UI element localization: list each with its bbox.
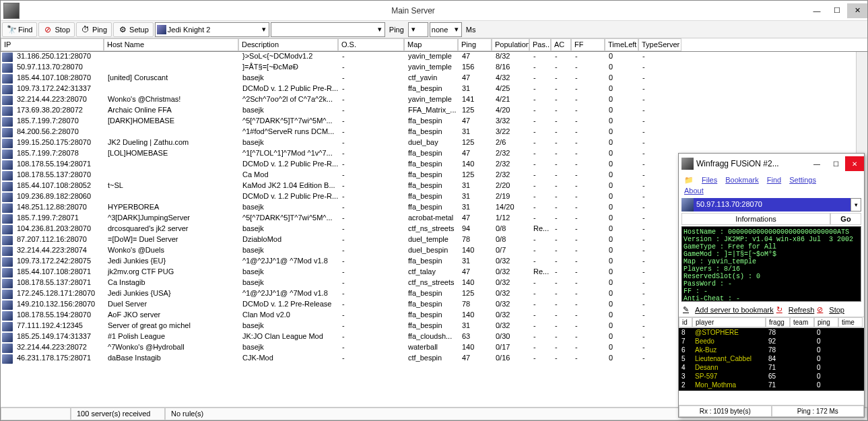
- table-row[interactable]: 173.69.38.20:28072Archaic Online FFAbase…: [1, 106, 867, 117]
- col-os[interactable]: O.S.: [338, 38, 404, 51]
- filter-select[interactable]: ▾: [271, 22, 385, 37]
- cell-desc: }>SoL<{~DCModv1.2: [240, 52, 339, 63]
- pcol-fragg[interactable]: fragg: [766, 317, 790, 327]
- col-desc[interactable]: Description: [238, 38, 338, 51]
- col-ping[interactable]: Ping: [458, 38, 492, 51]
- menu-files[interactable]: Files: [702, 176, 717, 185]
- cell-host: Ca Instagib: [105, 278, 240, 289]
- server-icon: [2, 85, 13, 94]
- chevron-down-icon: ▾: [376, 25, 383, 34]
- table-row[interactable]: 185.7.199.7:28070[DARK]HOMEBASE^5[^7DARK…: [1, 117, 867, 127]
- cell-desc: basejk: [240, 246, 339, 257]
- cell-os: -: [339, 235, 405, 246]
- game-select[interactable]: Jedi Knight 2▾: [155, 22, 269, 37]
- player-row[interactable]: 4Desann710: [679, 363, 864, 372]
- cell-ac: -: [552, 95, 572, 106]
- player-row[interactable]: 6Ak-Buz780: [679, 346, 864, 354]
- player-list[interactable]: 8@STOPHERE7807Beedo9206Ak-Buz7805Lieuten…: [679, 328, 864, 391]
- cell-type: -: [640, 354, 683, 364]
- cell-desc: basejk: [240, 224, 339, 235]
- player-row[interactable]: 8@STOPHERE780: [679, 328, 864, 337]
- maximize-button[interactable]: ☐: [827, 3, 847, 18]
- menu-about[interactable]: About: [684, 187, 704, 195]
- table-row[interactable]: 185.44.107.108:28070[united] Coruscantba…: [1, 73, 867, 84]
- refresh-link[interactable]: Refresh: [789, 306, 815, 314]
- none-select[interactable]: none▾: [430, 22, 462, 37]
- server-icon: [2, 74, 13, 84]
- server-icon: [2, 106, 13, 116]
- pcell-time: [838, 372, 863, 381]
- player-row[interactable]: 7Beedo920: [679, 337, 864, 346]
- address-value[interactable]: 50.97.113.70:28070: [694, 198, 850, 212]
- address-dropdown[interactable]: ▾: [850, 198, 861, 212]
- cell-pass: -: [531, 127, 552, 138]
- ping-select[interactable]: ▾: [408, 22, 428, 37]
- table-row[interactable]: 50.97.113.70:28070]=ÅT§=[~ÐcMøÐ-yavin_te…: [1, 63, 867, 73]
- server-icon: [2, 236, 13, 245]
- cell-ff: -: [572, 95, 606, 106]
- col-ip[interactable]: IP: [1, 38, 104, 51]
- player-row[interactable]: 2Mon_Mothma710: [679, 381, 864, 389]
- table-row[interactable]: 32.214.44.223:28070Wonko's @Christmas!^2…: [1, 95, 867, 106]
- table-row[interactable]: 31.186.250.121:28070}>SoL<{~DCModv1.2-ya…: [1, 52, 867, 63]
- go-button[interactable]: Go: [830, 213, 861, 225]
- detail-window: Winfragg FUSiON #2... — ☐ ✕ 📁Files Bookm…: [678, 153, 865, 418]
- cell-ping: 94: [459, 224, 493, 235]
- col-host[interactable]: Host Name: [104, 38, 238, 51]
- binoculars-icon: 🔭: [7, 25, 16, 34]
- table-row[interactable]: 84.200.56.2:28070^1#fod^ServeR runs DCM.…: [1, 127, 867, 138]
- col-pass[interactable]: Pas...: [529, 38, 551, 51]
- col-type[interactable]: TypeServer: [638, 38, 681, 51]
- table-row[interactable]: 109.73.172.242:31337DCMoD v. 1.2 Public …: [1, 84, 867, 95]
- menu-find[interactable]: Find: [767, 176, 781, 185]
- pcell-id: 7: [679, 337, 692, 346]
- pcol-ping[interactable]: ping: [814, 317, 838, 327]
- ping-button[interactable]: ⏱Ping: [76, 22, 112, 37]
- pcell-fragg: 78: [766, 346, 790, 354]
- player-row[interactable]: 1Ree-Yees710: [679, 389, 864, 391]
- col-ff[interactable]: FF: [571, 38, 605, 51]
- cell-type: -: [640, 160, 683, 170]
- cell-ac: -: [552, 224, 572, 235]
- pcol-time[interactable]: time: [838, 317, 863, 327]
- find-button[interactable]: 🔭Find: [2, 22, 37, 37]
- pcol-team[interactable]: team: [790, 317, 814, 327]
- player-row[interactable]: 5Lieutenant_Cabbel840: [679, 354, 864, 363]
- add-bookmark-link[interactable]: Add server to bookmark: [695, 306, 774, 314]
- grid-header: IP Host Name Description O.S. Map Ping P…: [1, 38, 867, 52]
- player-header: id player fragg team ping time: [679, 317, 864, 328]
- cell-ac: -: [552, 84, 572, 95]
- pcol-player[interactable]: player: [692, 317, 766, 327]
- stop-link[interactable]: Stop: [829, 306, 844, 314]
- cell-pop: 0/30: [493, 332, 531, 343]
- cell-ping: 156: [459, 63, 493, 73]
- cell-ac: -: [552, 235, 572, 246]
- col-ac[interactable]: AC: [551, 38, 571, 51]
- cell-host: Duel Server: [105, 300, 240, 311]
- menu-settings[interactable]: Settings: [789, 176, 816, 185]
- minimize-button[interactable]: —: [807, 3, 827, 18]
- col-map[interactable]: Map: [404, 38, 458, 51]
- cell-map: ctf_bespin: [405, 354, 459, 364]
- app-icon: [681, 158, 694, 170]
- stop-button[interactable]: ⊘Stop: [38, 22, 75, 37]
- menu-bookmark[interactable]: Bookmark: [725, 176, 759, 185]
- table-row[interactable]: 199.15.250.175:28070JK2 Dueling | Zathu.…: [1, 138, 867, 149]
- cell-ac: -: [552, 106, 572, 117]
- cell-pass: -: [531, 63, 552, 73]
- tab-informations[interactable]: Informations: [681, 213, 830, 225]
- cell-type: -: [640, 117, 683, 127]
- cell-map: ffa_bespin: [405, 321, 459, 332]
- setup-button[interactable]: ⚙Setup: [113, 22, 154, 37]
- col-time[interactable]: TimeLeft: [605, 38, 638, 51]
- close-button[interactable]: ✕: [845, 156, 864, 171]
- minimize-button[interactable]: —: [807, 156, 826, 171]
- clock-icon: ⏱: [81, 25, 90, 34]
- maximize-button[interactable]: ☐: [826, 156, 845, 171]
- close-button[interactable]: ✕: [847, 3, 867, 18]
- cell-time: 0: [606, 52, 640, 63]
- player-row[interactable]: 3SP-597650: [679, 372, 864, 381]
- pcol-id[interactable]: id: [679, 317, 692, 327]
- col-pop[interactable]: Population: [492, 38, 529, 51]
- cell-ping: 31: [459, 181, 493, 192]
